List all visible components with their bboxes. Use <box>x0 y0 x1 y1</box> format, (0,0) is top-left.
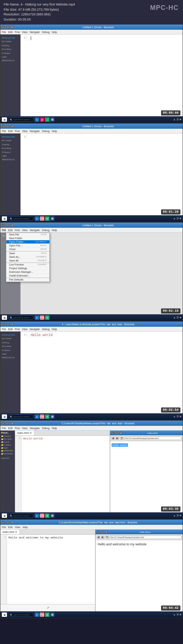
menu-navigate-3[interactable]: Navigate <box>30 229 40 231</box>
start-button-3[interactable]: ⊞ <box>2 315 7 320</box>
menu-help-2[interactable]: Help <box>52 130 57 132</box>
menu-help-5[interactable]: Help <box>52 427 57 429</box>
win-minimize-5[interactable]: ─ <box>2 422 5 425</box>
win-minimize-1[interactable]: ─ <box>2 26 5 29</box>
taskbar-news-3[interactable]: N <box>45 315 49 320</box>
taskbar-brackets-5[interactable]: B <box>45 513 49 518</box>
explorer-light-5[interactable]: 📁 Light <box>1 446 14 449</box>
win-minimize-6[interactable]: ─ <box>2 521 5 524</box>
editor-tab-active-5[interactable]: index.html ✕ <box>15 431 34 435</box>
menu-debug-4[interactable]: Debug <box>42 328 50 330</box>
browser-maximize-5[interactable]: □ <box>116 432 118 434</box>
code-content-2[interactable] <box>31 135 180 139</box>
menu-find-2[interactable]: Find <box>15 130 20 132</box>
menu-live-preview-3[interactable]: Live Preview Ctrl-Alt-P <box>6 263 49 267</box>
menu-edit-2[interactable]: Edit <box>8 130 12 132</box>
sidebar-getting-1[interactable]: Getting... <box>1 44 20 47</box>
menu-file-defaults-3[interactable]: File Defaults <box>6 278 49 282</box>
start-button-1[interactable]: ⊞ <box>2 117 7 122</box>
taskbar-ie-2[interactable]: e <box>35 216 39 221</box>
explorer-box-5[interactable]: 📁 Box Desk <box>1 438 14 440</box>
sidebar-working-4[interactable]: Working Files <box>1 333 20 337</box>
taskbar-html-6[interactable]: HTML <box>40 612 44 617</box>
menu-edit-5[interactable]: Edit <box>8 427 12 429</box>
sidebar-sspace-4[interactable]: S-Space <box>1 348 20 352</box>
menu-file-4[interactable]: File <box>2 328 6 330</box>
explorer-dl-5[interactable]: 📁 Downloads <box>1 452 14 455</box>
menu-file-2[interactable]: File <box>2 130 6 132</box>
menu-debug-2[interactable]: Debug <box>42 130 50 132</box>
menu-help-3[interactable]: Help <box>52 229 57 231</box>
browser-refresh-5[interactable]: ↻ <box>120 436 124 440</box>
editor-tab-active-6[interactable]: index.html ✕ <box>0 530 20 534</box>
code-content-4[interactable]: Hello world <box>31 333 180 338</box>
win-minimize-4[interactable]: ─ <box>2 323 5 326</box>
taskbar-extra-5[interactable]: ▦ <box>50 513 55 518</box>
menu-help-4[interactable]: Help <box>52 328 57 330</box>
win-maximize-1[interactable]: □ <box>6 26 9 29</box>
browser-minimize-5[interactable]: ─ <box>112 432 114 434</box>
menu-debug-1[interactable]: Debug <box>42 31 50 33</box>
sidebar-working-files-2[interactable]: Working Files <box>1 135 20 139</box>
sidebar-encoding-4[interactable]: Encoding <box>1 344 20 348</box>
win-close-5[interactable]: ✕ <box>11 422 14 425</box>
menu-close-3[interactable]: Close Ctrl-W <box>6 248 49 251</box>
menu-find-4[interactable]: Find <box>15 328 20 330</box>
editor-code-5[interactable]: Hello world <box>22 436 110 512</box>
menu-new-file-3[interactable]: New File Ctrl-N <box>6 233 49 237</box>
menu-view-3[interactable]: View <box>22 229 27 231</box>
explorer-enc-5[interactable]: 📁 Encodi... <box>1 440 14 443</box>
menu-navigate-1[interactable]: Navigate <box>30 31 40 33</box>
menu-navigate-4[interactable]: Navigate <box>30 328 40 330</box>
sidebar-light-1[interactable]: Light <box>1 55 20 59</box>
taskbar-icon-ie-1[interactable]: e <box>35 117 39 122</box>
menu-save-as-3[interactable]: Save As... Ctrl-Shift-S <box>6 255 49 259</box>
browser-forward-6[interactable]: ▶ <box>101 535 105 539</box>
win-close-4[interactable]: ✕ <box>11 323 14 326</box>
win-maximize-5[interactable]: □ <box>6 422 9 425</box>
taskbar-ie-3[interactable]: e <box>35 315 39 320</box>
sidebar-getting-2[interactable]: Getting... <box>1 143 20 146</box>
menu-find-1[interactable]: Find <box>15 31 20 33</box>
code-content-1[interactable] <box>31 36 180 41</box>
menu-edit-1[interactable]: Edit <box>8 31 12 33</box>
search-bar-5[interactable]: 🔍 Type here to search <box>8 513 34 518</box>
search-bar-3[interactable]: 🔍 Type here to search <box>8 315 34 320</box>
win-maximize-2[interactable]: □ <box>6 125 9 128</box>
menu-view-2[interactable]: View <box>22 130 27 132</box>
taskbar-html-4[interactable]: HTML <box>40 414 44 419</box>
taskbar-html-3[interactable]: HTML <box>40 315 44 320</box>
taskbar-other-2[interactable]: ▦ <box>50 216 55 221</box>
search-bar-2[interactable]: 🔍 Type here to search <box>8 216 34 221</box>
menu-debug-3[interactable]: Debug <box>42 229 50 231</box>
menu-view-6[interactable]: View <box>15 526 20 528</box>
menu-project-settings-3[interactable]: Project Settings <box>6 267 49 270</box>
sidebar-no-folder-2[interactable]: No Folder <box>1 139 20 142</box>
browser-maximize-6[interactable]: □ <box>101 531 104 533</box>
browser-forward-5[interactable]: ▶ <box>116 436 119 440</box>
taskbar-icon-mail-1[interactable]: @ <box>40 117 44 122</box>
explorer-ss-5[interactable]: 📁 S-Space <box>1 443 14 446</box>
menu-help-1[interactable]: Help <box>52 31 57 33</box>
browser-url-bar-6[interactable]: file:///C:/Users/M-Desktop/C/p/index.htm… <box>110 535 182 539</box>
menu-install-ext-3[interactable]: Install Extension... <box>6 274 49 278</box>
taskbar-ie-6[interactable]: e <box>35 612 39 617</box>
sidebar-encoding-2[interactable]: Encoding <box>1 146 20 150</box>
menu-debug-5[interactable]: Debug <box>42 427 50 429</box>
sidebar-window-2[interactable]: WINDOW.JS <box>1 158 20 161</box>
start-button-6[interactable]: ⊞ <box>2 612 7 617</box>
sidebar-sspace-1[interactable]: S-Space <box>1 51 20 55</box>
menu-open-file-3[interactable]: Open File... Ctrl+O <box>6 244 49 248</box>
win-maximize-3[interactable]: □ <box>6 224 9 227</box>
win-minimize-3[interactable]: ─ <box>2 224 5 227</box>
editor-area-2[interactable]: 1 <box>20 133 183 220</box>
menu-navigate-2[interactable]: Navigate <box>30 130 40 132</box>
taskbar-icon-music-1[interactable]: ♪ <box>45 117 49 122</box>
taskbar-icon-other-1[interactable]: ▦ <box>50 117 55 122</box>
menu-save-3[interactable]: Save Ctrl-S <box>6 251 49 255</box>
taskbar-html-2[interactable]: HTML <box>40 216 44 221</box>
menu-file-5[interactable]: File <box>2 427 6 429</box>
sidebar-encoding-1[interactable]: Encoding <box>1 47 20 51</box>
editor-area-4[interactable]: 1 Hello world <box>20 332 183 418</box>
sidebar-light-2[interactable]: Light <box>1 154 20 158</box>
